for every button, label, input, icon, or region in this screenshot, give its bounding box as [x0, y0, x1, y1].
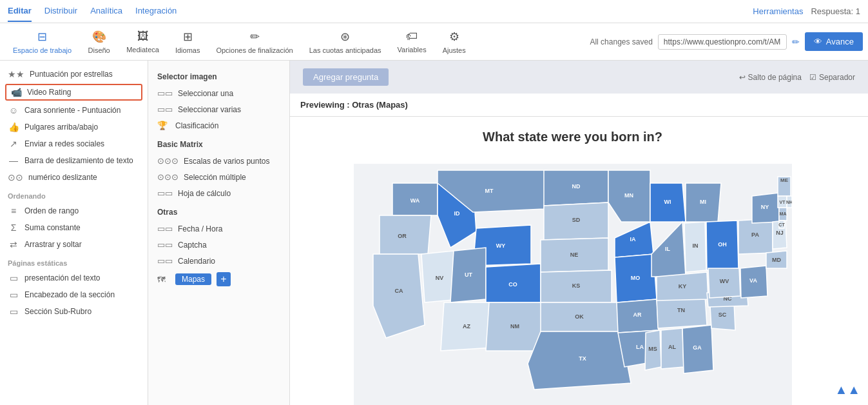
mapas-plus-button[interactable]: +	[217, 272, 231, 286]
mapas-label[interactable]: Mapas	[175, 273, 211, 285]
cara-label: Cara sonriente - Puntuación	[24, 106, 121, 115]
idiomas-icon: ⊞	[183, 30, 193, 44]
sidebar-item-arrastrar[interactable]: ⇄ Arrastrar y soltar	[0, 236, 148, 253]
video-rating-label: Video Rating	[27, 88, 72, 97]
edit-url-button[interactable]: ✏	[792, 37, 800, 47]
sidebar-item-barra[interactable]: — Barra de deslizamiento de texto	[0, 152, 148, 169]
seleccion-multiple-label: Selección múltiple	[184, 173, 246, 182]
stars-label: Puntuación por estrellas	[30, 70, 113, 79]
toolbar-mediateca[interactable]: 🖼 Mediateca	[119, 27, 168, 56]
seccion-sub-icon: ▭	[8, 306, 19, 317]
numerico-label: numérico deslizante	[28, 173, 97, 182]
mid-item-seleccionar-varias[interactable]: ▭▭ Seleccionar varias	[148, 101, 289, 117]
orden-icon: ≡	[8, 206, 19, 216]
add-question-button[interactable]: Agregar pregunta	[303, 68, 389, 86]
toolbar-espacio[interactable]: ⊟ Espacio de trabajo	[5, 27, 80, 57]
svg-text:TX: TX	[579, 355, 586, 362]
escalas-icon: ⊙⊙⊙	[157, 156, 178, 166]
svg-text:MT: MT	[485, 188, 493, 194]
hoja-icon: ▭▭	[157, 188, 173, 198]
arrastrar-label: Arrastrar y soltar	[24, 240, 82, 249]
mid-item-captcha[interactable]: ▭▭ Captcha	[148, 237, 289, 253]
mid-item-clasificacion[interactable]: 🏆 Clasificación	[148, 117, 289, 133]
svg-text:MS: MS	[648, 346, 657, 352]
eye-icon: 👁	[814, 37, 822, 46]
toolbar-diseno[interactable]: 🎨 Diseño	[80, 27, 119, 57]
svg-text:TN: TN	[677, 307, 685, 313]
fecha-icon: ▭▭	[157, 224, 173, 233]
mid-item-fecha[interactable]: ▭▭ Fecha / Hora	[148, 221, 289, 237]
separador-control[interactable]: ☑ Separador	[809, 73, 855, 82]
preview-body: What state were you born in? WA OR	[290, 117, 868, 405]
nav-analitica[interactable]: Analítica	[90, 1, 122, 22]
pulgares-label: Pulgares arriba/abajo	[24, 123, 98, 132]
mid-item-seleccionar-una[interactable]: ▭▭ Seleccionar una	[148, 85, 289, 101]
mid-item-seleccion-multiple[interactable]: ⊙⊙⊙ Selección múltiple	[148, 169, 289, 185]
preview-label: Previewing : Otras (Mapas)	[300, 100, 408, 110]
nav-integracion[interactable]: Integración	[135, 1, 177, 22]
sidebar-item-suma[interactable]: Σ Suma constante	[0, 219, 148, 236]
sidebar-item-pulgares[interactable]: 👍 Pulgares arriba/abajo	[0, 119, 148, 135]
separador-icon: ☑	[809, 73, 816, 82]
svg-marker-5	[373, 254, 425, 338]
svg-text:KY: KY	[678, 283, 686, 290]
nav-editar[interactable]: Editar	[8, 1, 32, 22]
sidebar-item-orden[interactable]: ≡ Orden de rango	[0, 202, 148, 219]
avance-button[interactable]: 👁 Avance	[805, 32, 863, 51]
toolbar-cuotas-label: Las cuotas anticipadas	[309, 46, 381, 54]
svg-text:NM: NM	[510, 323, 519, 330]
herramientas-button[interactable]: Herramientas	[753, 6, 803, 16]
orden-label: Orden de rango	[24, 206, 79, 215]
paginas-title: Páginas estáticas	[0, 253, 148, 270]
url-input[interactable]	[658, 34, 787, 50]
sidebar-item-presentacion[interactable]: ▭ presentación del texto	[0, 270, 148, 286]
seleccionar-varias-icon: ▭▭	[157, 104, 173, 114]
top-nav-right: Herramientas Respuesta: 1	[753, 6, 860, 16]
svg-text:OH: OH	[718, 241, 727, 248]
sidebar-item-stars[interactable]: ★★ Puntuación por estrellas	[0, 66, 148, 83]
toolbar-ajustes-label: Ajustes	[443, 46, 466, 54]
sidebar-item-redes[interactable]: ↗ Enviar a redes sociales	[0, 135, 148, 152]
toolbar-variables[interactable]: 🏷 Variables	[390, 27, 435, 56]
toolbar: ⊟ Espacio de trabajo 🎨 Diseño 🖼 Mediatec…	[0, 23, 868, 61]
svg-text:PA: PA	[751, 232, 759, 238]
left-sidebar: ★★ Puntuación por estrellas 📹 Video Rati…	[0, 61, 148, 405]
mid-item-calendario[interactable]: ▭▭ Calendario	[148, 253, 289, 269]
barra-icon: —	[8, 155, 19, 166]
svg-text:NH: NH	[786, 200, 791, 204]
toolbar-idiomas[interactable]: ⊞ Idiomas	[168, 27, 209, 57]
toolbar-finalizacion-label: Opciones de finalización	[216, 46, 293, 54]
scroll-to-top-button[interactable]: ▲▲	[834, 382, 860, 397]
mid-item-hoja[interactable]: ▭▭ Hoja de cálculo	[148, 185, 289, 201]
svg-text:CA: CA	[394, 288, 403, 294]
all-saved-text: All changes saved	[590, 37, 652, 46]
sidebar-item-cara[interactable]: ☺ Cara sonriente - Puntuación	[0, 102, 148, 119]
presentacion-icon: ▭	[8, 273, 19, 283]
sidebar-item-seccion-sub[interactable]: ▭ Sección Sub-Rubro	[0, 303, 148, 320]
mid-item-escalas[interactable]: ⊙⊙⊙ Escalas de varios puntos	[148, 153, 289, 169]
sidebar-item-video-rating[interactable]: 📹 Video Rating	[5, 84, 142, 101]
nav-distribuir[interactable]: Distribuir	[44, 1, 77, 22]
suma-icon: Σ	[8, 222, 19, 233]
respuesta-badge: Respuesta: 1	[811, 6, 860, 16]
svg-text:UT: UT	[465, 272, 472, 278]
svg-text:MN: MN	[624, 192, 633, 199]
sidebar-item-encabezado[interactable]: ▭ Encabezado de la sección	[0, 286, 148, 303]
toolbar-finalizacion[interactable]: ✏ Opciones de finalización	[208, 27, 301, 57]
seleccionar-varias-label: Seleccionar varias	[178, 105, 241, 114]
captcha-label: Captcha	[178, 241, 207, 250]
finalizacion-icon: ✏	[250, 30, 260, 44]
salto-icon: ↩	[739, 73, 746, 82]
arrastrar-icon: ⇄	[8, 239, 19, 250]
svg-text:WV: WV	[719, 278, 729, 284]
seleccion-multiple-icon: ⊙⊙⊙	[157, 172, 178, 182]
toolbar-ajustes[interactable]: ⚙ Ajustes	[435, 27, 474, 57]
seccion-sub-label: Sección Sub-Rubro	[24, 307, 92, 316]
mid-item-mapas[interactable]: 🗺 Mapas +	[148, 269, 289, 290]
add-question-bar: Agregar pregunta ↩ Salto de página ☑ Sep…	[290, 61, 868, 94]
sidebar-item-numerico[interactable]: ⊙⊙ numérico deslizante	[0, 169, 148, 186]
toolbar-cuotas[interactable]: ⊛ Las cuotas anticipadas	[302, 27, 390, 57]
video-icon: 📹	[10, 87, 22, 97]
salto-page-control[interactable]: ↩ Salto de página	[739, 73, 802, 82]
svg-text:VA: VA	[749, 277, 757, 284]
